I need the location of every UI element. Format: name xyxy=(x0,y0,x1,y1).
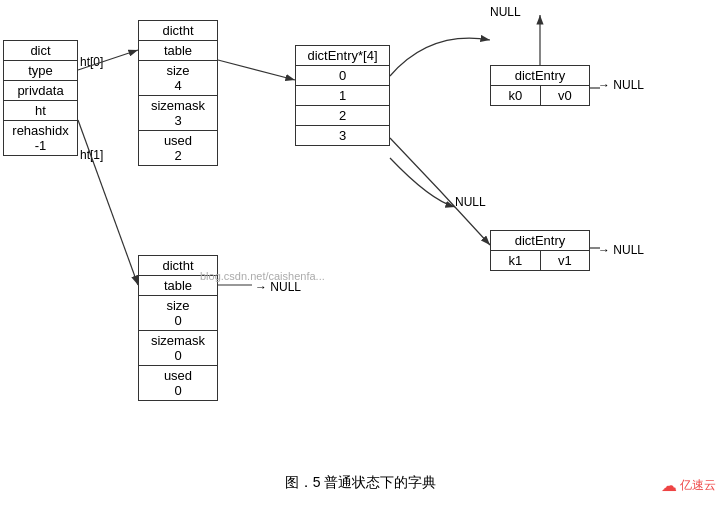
dictentry-bottom-label: dictEntry xyxy=(491,231,589,251)
watermark: blog.csdn.net/caishenfa... xyxy=(200,270,325,282)
dictht-bottom-size: size0 xyxy=(139,296,217,331)
dictht-top-size: size4 xyxy=(139,61,217,96)
dictht-bottom-sizemask: sizemask0 xyxy=(139,331,217,366)
dictentry-bottom-box: dictEntry k1 v1 xyxy=(490,230,590,271)
dict-cell-type: type xyxy=(4,61,77,81)
dictentry-top-v0: v0 xyxy=(541,86,590,105)
dictentry-array-2: 2 xyxy=(296,106,389,126)
null-right-bottom: → NULL xyxy=(598,243,644,257)
dictentry-array-1: 1 xyxy=(296,86,389,106)
null-top: NULL xyxy=(490,5,521,19)
dictentry-top-kv: k0 v0 xyxy=(491,86,589,105)
logo-icon: ☁ xyxy=(661,476,677,495)
ht1-label: ht[1] xyxy=(80,148,103,162)
logo-area: ☁ 亿速云 xyxy=(661,476,716,495)
dictentry-top-k0: k0 xyxy=(491,86,541,105)
dict-cell-rehashidx: rehashidx-1 xyxy=(4,121,77,155)
dict-cell-dict: dict xyxy=(4,41,77,61)
dictentry-bottom-v1: v1 xyxy=(541,251,590,270)
ht0-label: ht[0] xyxy=(80,55,103,69)
dict-cell-privdata: privdata xyxy=(4,81,77,101)
dictentry-top-label: dictEntry xyxy=(491,66,589,86)
dictht-top-used: used2 xyxy=(139,131,217,165)
dictentry-array-label: dictEntry*[4] xyxy=(296,46,389,66)
dictentry-bottom-k1: k1 xyxy=(491,251,541,270)
dict-box: dict type privdata ht rehashidx-1 xyxy=(3,40,78,156)
dictentry-array-3: 3 xyxy=(296,126,389,145)
dictht-bottom-used: used0 xyxy=(139,366,217,400)
dictentry-array-0: 0 xyxy=(296,66,389,86)
dictht-top-box: dictht table size4 sizemask3 used2 xyxy=(138,20,218,166)
dict-cell-ht: ht xyxy=(4,101,77,121)
svg-line-3 xyxy=(218,60,295,80)
dictht-top-table: table xyxy=(139,41,217,61)
logo-text: 亿速云 xyxy=(680,477,716,494)
dictentry-bottom-kv: k1 v1 xyxy=(491,251,589,270)
null-right-top: → NULL xyxy=(598,78,644,92)
null-bottom-table: → NULL xyxy=(255,280,301,294)
dictht-top-label: dictht xyxy=(139,21,217,41)
dictentry-array-box: dictEntry*[4] 0 1 2 3 xyxy=(295,45,390,146)
caption-text: 图．5 普通状态下的字典 xyxy=(285,474,437,490)
svg-line-2 xyxy=(78,120,138,285)
dictht-top-sizemask: sizemask3 xyxy=(139,96,217,131)
diagram: dict type privdata ht rehashidx-1 ht[0] … xyxy=(0,0,721,500)
caption: 图．5 普通状态下的字典 xyxy=(0,474,721,492)
null-middle: NULL xyxy=(455,195,486,209)
dictentry-top-box: dictEntry k0 v0 xyxy=(490,65,590,106)
